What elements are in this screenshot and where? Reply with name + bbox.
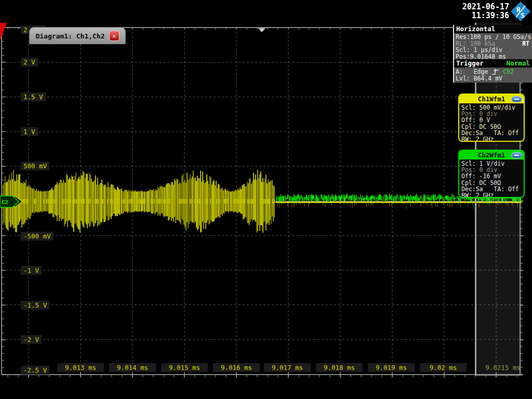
trigger-source: Ch2 <box>499 69 514 75</box>
datetime-display: 2021-06-1711:39:36 <box>462 3 509 20</box>
trigger-type: Edge <box>474 69 492 75</box>
voltage-label: -500 mV <box>21 232 54 241</box>
time-label: 9.02 ms <box>420 363 467 372</box>
ch1-panel-title: Ch1Wfm1 <box>478 95 506 103</box>
svg-text:S: S <box>521 11 525 19</box>
time-label: 9.013 ms <box>57 363 104 372</box>
diagram-tab[interactable]: Diagram1: Ch1,Ch2 ✕ <box>29 27 126 44</box>
voltage-label: 500 mV <box>21 162 49 170</box>
voltage-label: 1.5 V <box>21 92 46 101</box>
time-label: 9.019 ms <box>368 363 415 372</box>
voltage-label: 2 V <box>21 58 38 66</box>
diagram-tab-label: Diagram1: Ch1,Ch2 <box>35 32 104 40</box>
time-label: 9.018 ms <box>316 363 363 372</box>
realtime-badge: RT <box>522 41 529 47</box>
time-label: 9.014 ms <box>109 363 156 372</box>
close-icon[interactable]: ✕ <box>109 31 119 41</box>
ch2-offset-row: Off: -16 mV <box>461 173 522 179</box>
voltage-label: -1.5 V <box>21 301 49 310</box>
rising-edge-icon <box>491 68 499 75</box>
oscilloscope-screen: C2 2021-06-1711:39:36 R S 2.5 V 2 V 1.5 … <box>0 0 532 399</box>
voltage-label: 1 V <box>21 127 38 136</box>
voltage-label: -2.5 V <box>21 366 49 375</box>
minimize-icon[interactable] <box>511 96 522 102</box>
trigger-panel[interactable]: Trigger Normal A: Edge Ch2 Lvl: 864.4 mV <box>453 59 532 83</box>
trigger-a-label: A: <box>456 69 474 75</box>
minimize-icon[interactable] <box>511 152 522 158</box>
waveform-canvas: C2 <box>0 0 532 399</box>
ch2-waveform-panel[interactable]: Ch2Wfm1 Scl: 1 V/div Pos: 0 div Off: -16… <box>458 150 525 198</box>
svg-text:C2: C2 <box>2 199 8 206</box>
trigger-level-row: Lvl: 864.4 mV <box>456 75 530 82</box>
trigger-panel-title: Trigger <box>456 59 484 68</box>
horizontal-panel-title: Horizontal <box>456 25 495 33</box>
time-label: 9.017 ms <box>264 363 311 372</box>
time-label: 9.016 ms <box>213 363 260 372</box>
ch1-waveform-panel[interactable]: Ch1Wfm1 Scl: 500 mV/div Pos: 0 div Off: … <box>458 94 525 142</box>
timescale-row: Scl: 1 µs/div <box>456 47 530 54</box>
time-label: 9.015 ms <box>161 363 208 372</box>
ch2-bandwidth-row: BW: 2 GHz <box>461 192 522 198</box>
ch1-offset-row: Off: 0 V <box>461 117 522 123</box>
svg-text:R: R <box>516 6 521 14</box>
trigger-mode: Normal <box>507 59 530 68</box>
voltage-label: -2 V <box>21 335 42 344</box>
record-end-time-label: 9.0215 ms <box>478 363 521 372</box>
horizontal-panel[interactable]: Horizontal Res:100 ps / 10 GSa/s RL: 100… <box>453 25 532 60</box>
voltage-label: -1 V <box>21 266 42 275</box>
ch2-panel-title: Ch2Wfm1 <box>478 151 506 159</box>
rohde-schwarz-logo-icon: R S <box>510 1 531 22</box>
ch1-bandwidth-row: BW: 2 GHz <box>461 136 522 142</box>
